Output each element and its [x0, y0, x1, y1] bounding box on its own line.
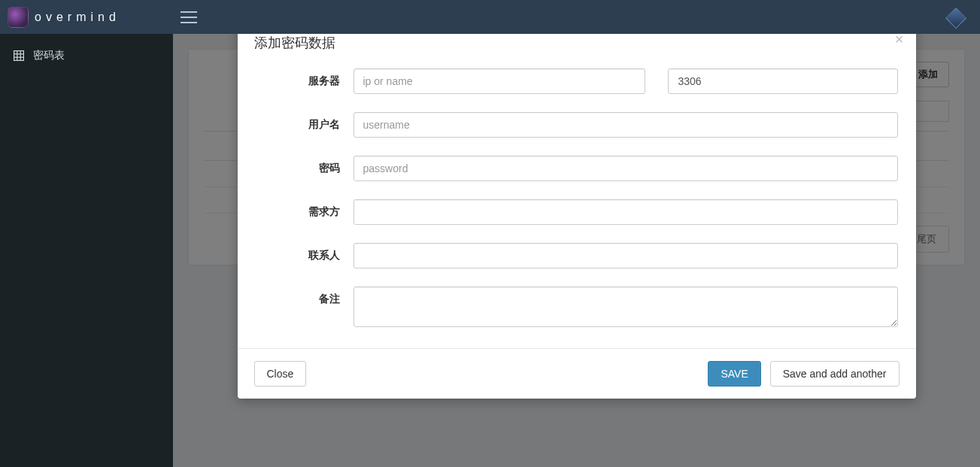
sidebar-item-label: 密码表	[33, 49, 65, 62]
password-label: 密码	[256, 156, 353, 175]
brand-logo-icon	[8, 7, 29, 28]
server-host-input[interactable]	[353, 68, 646, 94]
user-avatar-icon[interactable]	[945, 7, 966, 28]
username-input[interactable]	[353, 112, 898, 138]
brand-name: overmind	[35, 11, 120, 24]
topbar: overmind	[0, 0, 980, 34]
server-label: 服务器	[256, 68, 353, 88]
requester-input[interactable]	[353, 199, 898, 225]
remark-textarea[interactable]	[353, 287, 898, 327]
contact-input[interactable]	[353, 243, 898, 268]
save-add-another-button[interactable]: Save and add another	[770, 361, 900, 387]
main-area: 添加 Search: 操作	[173, 34, 980, 467]
close-button[interactable]: Close	[254, 361, 307, 387]
topbar-right	[948, 9, 972, 26]
table-icon	[14, 50, 24, 61]
svg-rect-0	[14, 51, 24, 61]
contact-label: 联系人	[256, 243, 353, 262]
menu-toggle-icon[interactable]	[181, 11, 197, 23]
sidebar-item-password-table[interactable]: 密码表	[0, 40, 173, 71]
save-button[interactable]: SAVE	[708, 361, 760, 387]
add-password-modal: 添加密码数据 × 服务器 用户名	[238, 34, 916, 399]
server-port-input[interactable]	[668, 68, 897, 94]
remark-label: 备注	[256, 287, 353, 306]
username-label: 用户名	[256, 112, 353, 132]
brand[interactable]: overmind	[8, 7, 173, 28]
requester-label: 需求方	[256, 199, 353, 219]
close-icon[interactable]: ×	[895, 34, 904, 47]
sidebar: 密码表	[0, 34, 173, 467]
modal-title: 添加密码数据	[254, 34, 900, 52]
password-input[interactable]	[353, 156, 898, 181]
